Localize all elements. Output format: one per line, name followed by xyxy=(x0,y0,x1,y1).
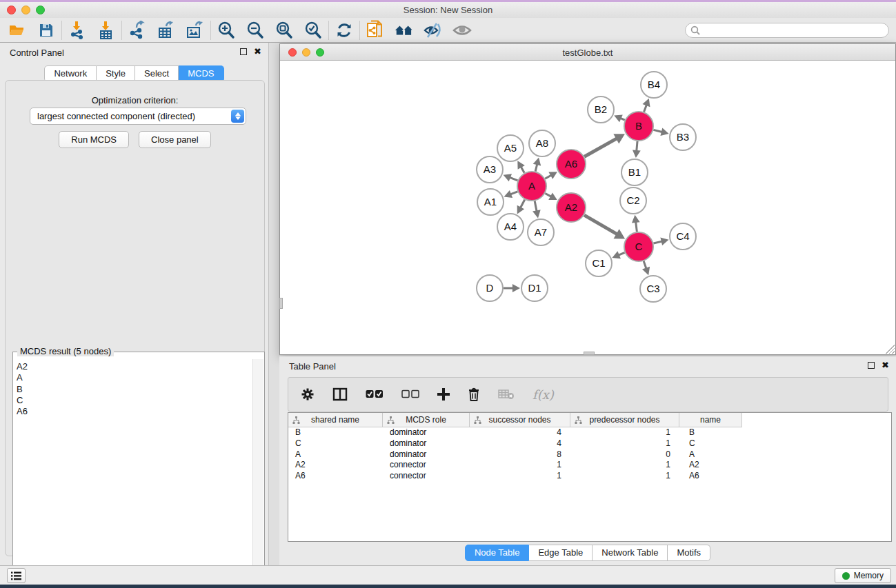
graph-edge-A2-C[interactable] xyxy=(584,215,617,234)
close-panel-button[interactable]: Close panel xyxy=(139,131,211,148)
search-input[interactable] xyxy=(685,23,889,38)
table-tab-node-table[interactable]: Node Table xyxy=(465,545,530,561)
column-type-icon xyxy=(575,416,582,424)
export-network-icon[interactable] xyxy=(127,20,148,41)
graph-edge-C-C2[interactable] xyxy=(636,222,637,232)
close-panel-icon[interactable]: ✖ xyxy=(254,48,261,55)
graph-edge-A-A6[interactable] xyxy=(545,175,551,179)
window-grip-bottom[interactable] xyxy=(584,352,595,355)
float-panel-icon[interactable] xyxy=(240,48,247,55)
zoom-selected-icon[interactable] xyxy=(303,20,323,41)
table-row[interactable]: Adominator80A xyxy=(288,449,891,460)
column-type-icon xyxy=(387,416,395,424)
graph-edge-A-A2[interactable] xyxy=(545,194,551,197)
column-header-shared-name[interactable]: shared name xyxy=(288,413,383,427)
graph-edge-C-C3[interactable] xyxy=(644,261,646,269)
table-row[interactable]: Cdominator41C xyxy=(288,438,891,449)
column-header-successor-nodes[interactable]: successor nodes xyxy=(470,413,570,427)
graph-edge-B-B4[interactable] xyxy=(644,105,647,112)
mcds-result-item[interactable]: A6 xyxy=(17,406,252,417)
graph-node-label: B2 xyxy=(595,103,607,115)
graph-edge-arrowhead xyxy=(660,128,668,135)
graph-edge-A-A8[interactable] xyxy=(535,164,537,171)
show-all-icon[interactable] xyxy=(452,20,472,41)
export-image-icon[interactable] xyxy=(185,20,206,41)
table-row[interactable]: A6connector11A6 xyxy=(288,471,891,482)
mcds-result-item[interactable]: C xyxy=(17,395,252,406)
select-all-columns-icon[interactable] xyxy=(366,389,384,399)
float-table-panel-icon[interactable] xyxy=(868,362,875,369)
table-tab-edge-table[interactable]: Edge Table xyxy=(529,545,593,561)
memory-button[interactable]: Memory xyxy=(835,568,891,583)
table-row[interactable]: A2connector11A2 xyxy=(288,460,891,471)
graph-node-label: C1 xyxy=(592,257,605,269)
graph-edge-A-A4[interactable] xyxy=(520,199,524,207)
table-panel-title: Table Panel xyxy=(289,361,336,372)
run-mcds-button[interactable]: Run MCDS xyxy=(59,131,129,148)
graph-edge-A-A1[interactable] xyxy=(510,192,517,194)
screen: Session: New Session xyxy=(0,0,896,588)
mcds-result-item[interactable]: B xyxy=(17,384,252,395)
column-header-label: successor nodes xyxy=(488,415,550,425)
delete-column-icon[interactable] xyxy=(468,387,480,401)
column-header-predecessor-nodes[interactable]: predecessor nodes xyxy=(570,413,679,427)
graph-edge-arrowhead xyxy=(533,157,541,165)
window-resize-handle[interactable] xyxy=(886,345,895,354)
mcds-tab-content: Optimization criterion: largest connecte… xyxy=(5,80,265,556)
column-header-label: MCDS role xyxy=(406,415,446,425)
first-neighbors-icon[interactable] xyxy=(394,20,415,41)
graph-node-label: C3 xyxy=(646,283,659,294)
network-canvas[interactable]: AA1A2A3A4A5A6A7A8BB1B2B3B4CC1C2C3C4DD1 xyxy=(280,61,895,354)
node-table-body: Bdominator41BCdominator41CAdominator80AA… xyxy=(288,427,891,541)
graph-node-label: A3 xyxy=(484,163,496,175)
graph-edge-B-B3[interactable] xyxy=(653,130,661,132)
window-grip-left[interactable] xyxy=(279,298,283,309)
column-header-name[interactable]: name xyxy=(679,413,742,427)
column-header-MCDS-role[interactable]: MCDS role xyxy=(383,413,470,427)
graph-edge-A-A3[interactable] xyxy=(510,177,518,181)
table-tab-network-table[interactable]: Network Table xyxy=(593,545,668,561)
apply-layout-icon[interactable] xyxy=(334,20,355,41)
unselect-all-columns-icon[interactable] xyxy=(401,389,419,399)
task-history-button[interactable] xyxy=(7,568,26,583)
mcds-result-item[interactable]: A2 xyxy=(17,361,252,372)
show-column-icon[interactable] xyxy=(332,387,348,401)
application-window: Session: New Session xyxy=(0,2,896,585)
create-column-icon[interactable] xyxy=(437,388,450,401)
table-tab-motifs[interactable]: Motifs xyxy=(668,545,710,561)
graph-node-label: C xyxy=(635,241,643,252)
mcds-result-scrollbar[interactable] xyxy=(252,359,263,587)
hide-selected-icon[interactable] xyxy=(423,20,444,41)
zoom-out-icon[interactable] xyxy=(245,20,266,41)
graph-edge-A-A5[interactable] xyxy=(521,167,524,173)
optimization-label: Optimization criterion: xyxy=(6,95,264,105)
graph-edge-B-B1[interactable] xyxy=(637,141,637,151)
graph-node-label: A xyxy=(528,180,535,192)
graph-edge-C-C1[interactable] xyxy=(619,252,625,255)
open-file-icon[interactable] xyxy=(7,20,28,41)
network-window-title: testGlobe.txt xyxy=(280,48,895,58)
save-session-icon[interactable] xyxy=(36,20,57,41)
graph-edge-B-B2[interactable] xyxy=(621,118,625,120)
optimization-dropdown[interactable]: largest connected component (directed) xyxy=(30,108,246,125)
graph-node-label: C4 xyxy=(676,230,689,242)
graph-edge-arrowhead xyxy=(660,238,668,245)
toolbar-separator xyxy=(61,21,62,40)
zoom-fit-icon[interactable] xyxy=(274,20,295,41)
column-type-icon xyxy=(474,416,481,424)
graph-edge-C-C4[interactable] xyxy=(653,241,661,243)
import-network-icon[interactable] xyxy=(67,20,88,41)
table-row[interactable]: Bdominator41B xyxy=(288,427,891,438)
function-builder-icon: f(x) xyxy=(532,387,554,402)
close-table-panel-icon[interactable]: ✖ xyxy=(882,362,889,369)
graph-edge-A-A7[interactable] xyxy=(535,201,537,212)
network-graph: AA1A2A3A4A5A6A7A8BB1B2B3B4CC1C2C3C4DD1 xyxy=(280,61,895,354)
zoom-in-icon[interactable] xyxy=(216,20,237,41)
table-options-icon[interactable] xyxy=(301,387,315,401)
clone-network-icon[interactable] xyxy=(365,20,386,41)
mcds-result-item[interactable]: A xyxy=(17,372,252,383)
export-table-icon[interactable] xyxy=(156,20,177,41)
graph-edge-A6-B[interactable] xyxy=(584,139,617,156)
table-cell: 1 xyxy=(570,471,679,482)
import-table-icon[interactable] xyxy=(96,20,117,41)
